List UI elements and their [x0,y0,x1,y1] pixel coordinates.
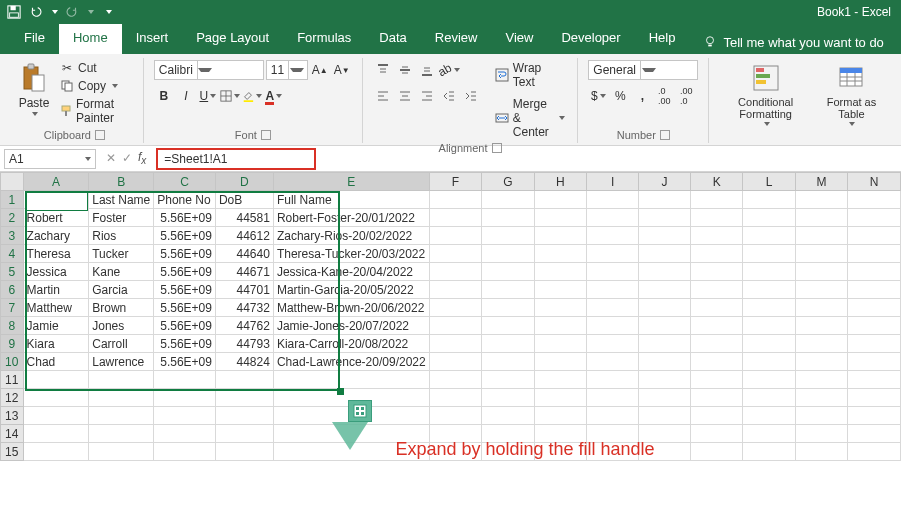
undo-dropdown-icon[interactable] [52,10,58,14]
currency-button[interactable]: $ [588,86,608,106]
align-bottom-button[interactable] [417,60,437,80]
row-header-12[interactable]: 12 [1,389,24,407]
tell-me-search[interactable]: Tell me what you want to do [689,24,897,54]
col-header-B[interactable]: B [89,173,154,191]
copy-button[interactable]: Copy [58,78,133,94]
row-header-1[interactable]: 1 [1,191,24,209]
tab-developer[interactable]: Developer [547,24,634,54]
undo-icon[interactable] [28,4,44,20]
format-painter-button[interactable]: Format Painter [58,96,133,126]
number-format-combo[interactable]: General [588,60,698,80]
tab-help[interactable]: Help [635,24,690,54]
cell[interactable]: Full Name [273,191,429,209]
col-header-D[interactable]: D [215,173,273,191]
redo-dropdown-icon[interactable] [88,10,94,14]
row-header-10[interactable]: 10 [1,353,24,371]
col-header-N[interactable]: N [848,173,901,191]
cell[interactable]: First Name [23,191,89,209]
dialog-launcher-icon[interactable] [261,130,271,140]
merge-center-button[interactable]: Merge & Center [493,96,568,140]
tab-home[interactable]: Home [59,24,122,54]
cell[interactable]: Last Name [89,191,154,209]
font-color-button[interactable]: A [264,86,284,106]
align-center-button[interactable] [395,86,415,106]
orientation-button[interactable]: ab [439,60,459,80]
tab-page-layout[interactable]: Page Layout [182,24,283,54]
col-header-E[interactable]: E [273,173,429,191]
col-header-M[interactable]: M [795,173,848,191]
enter-icon[interactable]: ✓ [122,151,132,165]
row-header-11[interactable]: 11 [1,371,24,389]
decrease-font-button[interactable]: A▼ [332,60,352,80]
qat-customize-icon[interactable] [106,10,112,14]
save-icon[interactable] [6,4,22,20]
paste-button[interactable]: Paste [16,60,52,118]
formula-input[interactable]: =Sheet1!A1 [156,148,316,170]
tab-review[interactable]: Review [421,24,492,54]
dialog-launcher-icon[interactable] [660,130,670,140]
cell[interactable]: Phone No [154,191,216,209]
col-header-A[interactable]: A [23,173,89,191]
tab-formulas[interactable]: Formulas [283,24,365,54]
row-header-4[interactable]: 4 [1,245,24,263]
decrease-indent-button[interactable] [439,86,459,106]
redo-icon[interactable] [64,4,80,20]
tab-view[interactable]: View [491,24,547,54]
table-row: 10ChadLawrence5.56E+0944824Chad-Lawrence… [1,353,901,371]
font-size-combo[interactable]: 11 [266,60,308,80]
col-header-L[interactable]: L [743,173,795,191]
comma-button[interactable]: , [632,86,652,106]
align-middle-button[interactable] [395,60,415,80]
row-header-5[interactable]: 5 [1,263,24,281]
tab-data[interactable]: Data [365,24,420,54]
row-header-8[interactable]: 8 [1,317,24,335]
row-header-3[interactable]: 3 [1,227,24,245]
row-header-6[interactable]: 6 [1,281,24,299]
increase-indent-button[interactable] [461,86,481,106]
borders-button[interactable] [220,86,240,106]
row-header-2[interactable]: 2 [1,209,24,227]
row-header-13[interactable]: 13 [1,407,24,425]
col-header-C[interactable]: C [154,173,216,191]
ribbon: Paste ✂ Cut Copy [0,54,901,146]
conditional-formatting-button[interactable]: Conditional Formatting [719,60,812,128]
increase-decimal-button[interactable]: .0.00 [654,86,674,106]
cut-button[interactable]: ✂ Cut [58,60,133,76]
col-header-I[interactable]: I [587,173,639,191]
spreadsheet-grid[interactable]: A B C D E F G H I J K L M N 1 First Name… [0,172,901,461]
col-header-J[interactable]: J [638,173,690,191]
decrease-decimal-button[interactable]: .00.0 [676,86,696,106]
format-as-table-button[interactable]: Format as Table [818,60,885,128]
wrap-text-button[interactable]: Wrap Text [493,60,568,90]
increase-font-button[interactable]: A▲ [310,60,330,80]
font-name-combo[interactable]: Calibri [154,60,264,80]
fill-color-button[interactable] [242,86,262,106]
row-header-9[interactable]: 9 [1,335,24,353]
percent-button[interactable]: % [610,86,630,106]
row-header-7[interactable]: 7 [1,299,24,317]
tab-file[interactable]: File [10,24,59,54]
dialog-launcher-icon[interactable] [492,143,502,153]
name-box[interactable]: A1 [4,149,96,169]
svg-rect-6 [32,75,44,91]
italic-button[interactable]: I [176,86,196,106]
col-header-H[interactable]: H [534,173,587,191]
align-left-button[interactable] [373,86,393,106]
row-header-15[interactable]: 15 [1,443,24,461]
autofill-options-button[interactable] [348,400,372,422]
col-header-G[interactable]: G [481,173,534,191]
tab-insert[interactable]: Insert [122,24,183,54]
align-right-button[interactable] [417,86,437,106]
dialog-launcher-icon[interactable] [95,130,105,140]
number-format-value: General [589,63,640,77]
fx-icon[interactable]: fx [138,150,146,166]
row-header-14[interactable]: 14 [1,425,24,443]
align-top-button[interactable] [373,60,393,80]
cell[interactable]: DoB [215,191,273,209]
col-header-F[interactable]: F [429,173,481,191]
bold-button[interactable]: B [154,86,174,106]
cancel-icon[interactable]: ✕ [106,151,116,165]
underline-button[interactable]: U [198,86,218,106]
select-all-corner[interactable] [1,173,24,191]
col-header-K[interactable]: K [690,173,742,191]
